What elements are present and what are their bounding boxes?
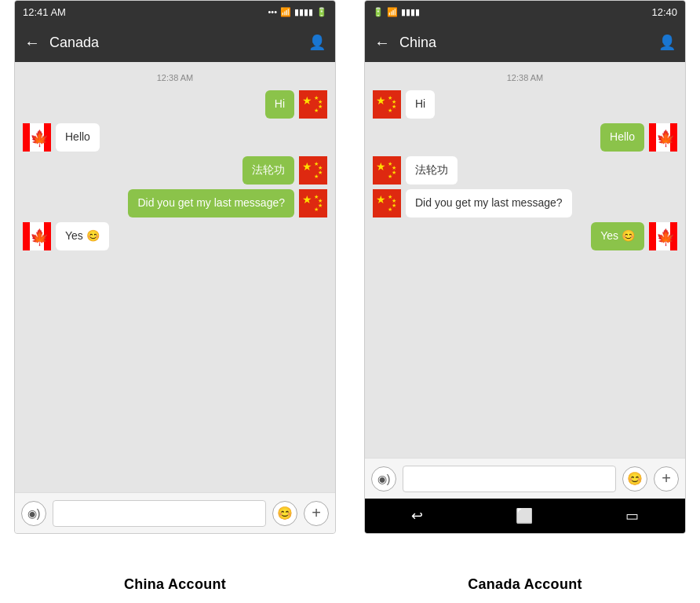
right-msg-4: ★ ★ ★ ★ ★ Did you get my last message?	[373, 189, 677, 217]
right-add-button[interactable]: +	[654, 466, 679, 492]
right-battery-icon: 🔋	[373, 7, 384, 17]
left-caption: China Account	[0, 565, 350, 603]
left-phone-wrapper: 12:41 AM ••• 📶 ▮▮▮▮ 🔋 ← Canada 👤 12:38 A…	[0, 0, 350, 565]
android-back-button[interactable]: ↩	[411, 507, 423, 524]
right-msg-1-bubble: Hi	[406, 90, 435, 119]
left-msg-2-bubble: Hello	[56, 123, 100, 152]
battery-icon: 🔋	[316, 7, 327, 17]
svg-rect-49	[649, 222, 656, 250]
left-status-icons: ••• 📶 ▮▮▮▮ 🔋	[268, 7, 327, 17]
right-msg-5-flag: 🍁	[649, 222, 677, 250]
right-phone: 🔋 📶 ▮▮▮▮ 12:40 ← China 👤 12:38 AM	[364, 0, 686, 534]
left-back-button[interactable]: ←	[24, 34, 40, 52]
svg-text:★: ★	[376, 193, 386, 206]
left-msg-1-bubble: Hi	[265, 90, 294, 119]
right-android-nav: ↩ ⬜ ▭	[365, 499, 685, 533]
left-msg-1-flag: ★ ★ ★ ★ ★	[299, 90, 327, 119]
right-msg-2: 🍁 Hello	[373, 123, 677, 152]
left-msg-4-flag: ★ ★ ★ ★ ★	[299, 189, 327, 217]
android-home-button[interactable]: ⬜	[516, 507, 533, 524]
right-time: 12:40	[651, 6, 677, 18]
left-text-input[interactable]	[53, 500, 266, 527]
left-input-bar: ◉) 😊 +	[15, 492, 335, 533]
right-chat-area: 12:38 AM ★ ★ ★ ★ ★ Hi	[365, 62, 685, 458]
right-wifi-icon: 📶	[387, 7, 398, 17]
left-time: 12:41 AM	[23, 6, 66, 18]
left-msg-4-bubble: Did you get my last message?	[128, 189, 294, 217]
svg-text:★: ★	[302, 193, 312, 206]
right-timestamp: 12:38 AM	[373, 73, 677, 82]
svg-text:🍁: 🍁	[30, 228, 49, 247]
right-msg-5-bubble: Yes 😊	[591, 222, 644, 250]
svg-text:★: ★	[314, 174, 319, 179]
left-nav-bar: ← Canada 👤	[15, 23, 335, 62]
left-status-bar: 12:41 AM ••• 📶 ▮▮▮▮ 🔋	[15, 1, 335, 23]
right-input-bar: ◉) 😊 +	[365, 458, 685, 499]
svg-text:★: ★	[376, 94, 386, 107]
dots-icon: •••	[268, 7, 277, 16]
right-msg-3-flag: ★ ★ ★ ★ ★	[373, 156, 401, 185]
left-msg-4: ★ ★ ★ ★ ★ Did you get my last message?	[23, 189, 327, 217]
left-msg-1: ★ ★ ★ ★ ★ Hi	[23, 90, 327, 119]
left-msg-3: ★ ★ ★ ★ ★ 法轮功	[23, 156, 327, 185]
left-msg-5: 🍁 Yes 😊	[23, 222, 327, 250]
signal-icon: ▮▮▮▮	[294, 7, 313, 17]
right-status-icons-left: 🔋 📶 ▮▮▮▮	[373, 7, 420, 17]
left-timestamp: 12:38 AM	[23, 73, 327, 82]
right-msg-2-bubble: Hello	[600, 123, 644, 152]
left-msg-5-flag: 🍁	[23, 222, 51, 250]
left-chat-area: 12:38 AM ★ ★ ★ ★ ★ Hi	[15, 62, 335, 492]
svg-text:🍁: 🍁	[30, 129, 49, 148]
svg-rect-23	[23, 222, 30, 250]
left-emoji-button[interactable]: 😊	[272, 501, 297, 526]
svg-text:★: ★	[314, 206, 319, 212]
right-status-bar: 🔋 📶 ▮▮▮▮ 12:40	[365, 1, 685, 23]
right-profile-icon[interactable]: 👤	[658, 34, 676, 51]
right-msg-4-bubble: Did you get my last message?	[406, 189, 572, 217]
right-msg-2-flag: 🍁	[649, 123, 677, 152]
left-profile-icon[interactable]: 👤	[308, 34, 326, 51]
right-signal-icon: ▮▮▮▮	[401, 7, 420, 17]
left-msg-5-bubble: Yes 😊	[56, 222, 109, 250]
left-msg-2-flag: 🍁	[23, 123, 51, 152]
android-recents-button[interactable]: ▭	[625, 507, 639, 524]
svg-rect-7	[23, 123, 30, 152]
caption-row: China Account Canada Account	[0, 565, 700, 603]
svg-text:★: ★	[314, 108, 319, 113]
left-chat-title: Canada	[49, 35, 299, 51]
right-phone-wrapper: 🔋 📶 ▮▮▮▮ 12:40 ← China 👤 12:38 AM	[350, 0, 700, 565]
right-caption: Canada Account	[350, 565, 700, 603]
right-msg-1: ★ ★ ★ ★ ★ Hi	[373, 90, 677, 119]
right-chat-title: China	[399, 35, 649, 51]
svg-text:🍁: 🍁	[656, 228, 676, 247]
svg-text:★: ★	[302, 160, 312, 173]
left-msg-3-bubble: 法轮功	[242, 156, 294, 185]
right-msg-3-bubble: 法轮功	[406, 156, 458, 185]
left-add-button[interactable]: +	[304, 501, 329, 526]
left-msg-2: 🍁 Hello	[23, 123, 327, 152]
svg-rect-33	[649, 123, 656, 152]
right-msg-5: 🍁 Yes 😊	[373, 222, 677, 250]
svg-text:★: ★	[388, 174, 392, 179]
svg-text:★: ★	[388, 206, 392, 212]
right-emoji-button[interactable]: 😊	[622, 466, 647, 492]
right-msg-1-flag: ★ ★ ★ ★ ★	[373, 90, 401, 119]
right-msg-4-flag: ★ ★ ★ ★ ★	[373, 189, 401, 217]
svg-text:★: ★	[388, 108, 392, 113]
svg-text:★: ★	[302, 94, 312, 107]
svg-text:🍁: 🍁	[656, 129, 676, 148]
left-phone: 12:41 AM ••• 📶 ▮▮▮▮ 🔋 ← Canada 👤 12:38 A…	[14, 0, 336, 534]
right-back-button[interactable]: ←	[374, 34, 390, 52]
svg-text:★: ★	[376, 160, 386, 173]
right-nav-bar: ← China 👤	[365, 23, 685, 62]
wifi-icon: 📶	[280, 7, 291, 17]
left-voice-button[interactable]: ◉)	[21, 501, 46, 526]
right-msg-3: ★ ★ ★ ★ ★ 法轮功	[373, 156, 677, 185]
right-text-input[interactable]	[403, 466, 616, 492]
left-msg-3-flag: ★ ★ ★ ★ ★	[299, 156, 327, 185]
right-voice-button[interactable]: ◉)	[371, 466, 396, 492]
